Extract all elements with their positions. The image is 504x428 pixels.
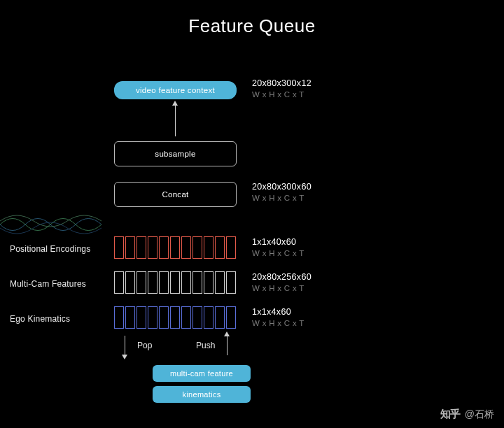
queue-slot: [114, 306, 124, 329]
queue-slot: [226, 306, 236, 329]
subsample-node: subsample: [114, 141, 237, 166]
axes-text: W x H x C x T: [252, 283, 312, 294]
queue-slot: [114, 271, 124, 294]
ego-dims: 1x1x4x60 W x H x C x T: [252, 306, 304, 329]
multicam-dims: 20x80x256x60 W x H x C x T: [252, 271, 312, 294]
concat-dims: 20x80x300x60 W x H x C x T: [252, 181, 312, 204]
queue-slot: [125, 271, 135, 294]
queue-slot: [204, 236, 214, 259]
queue-slot: [148, 306, 158, 329]
queue-slot: [170, 236, 180, 259]
queue-positional: [114, 236, 236, 259]
node-label: kinematics: [183, 390, 221, 399]
row-label-multicam: Multi-Cam Features: [10, 279, 86, 289]
queue-slot: [136, 271, 146, 294]
shape-text: 1x1x4x60: [252, 306, 304, 318]
credit-watermark: 知乎 @石桥: [440, 408, 494, 421]
concat-node: Concat: [114, 182, 237, 207]
queue-slot: [192, 236, 202, 259]
queue-slot: [159, 236, 169, 259]
arrow-pop: [125, 336, 125, 355]
arrow-subsample-to-video: [175, 105, 176, 136]
shape-text: 20x80x256x60: [252, 271, 312, 283]
axes-text: W x H x C x T: [252, 90, 312, 101]
queue-slot: [215, 271, 225, 294]
node-label: video feature context: [136, 86, 215, 94]
queue-slot: [159, 271, 169, 294]
queue-slot: [125, 306, 135, 329]
queue-slot: [148, 236, 158, 259]
video-feature-context-node: video feature context: [114, 81, 237, 99]
shape-text: 20x80x300x12: [252, 78, 312, 90]
queue-slot: [114, 236, 124, 259]
node-label: multi-cam feature: [170, 369, 233, 378]
push-label: Push: [196, 341, 215, 350]
queue-multicam: [114, 271, 236, 294]
queue-slot: [170, 271, 180, 294]
axes-text: W x H x C x T: [252, 248, 304, 259]
queue-ego: [114, 306, 236, 329]
queue-slot: [181, 306, 191, 329]
node-label: Concat: [162, 190, 188, 199]
queue-slot: [226, 271, 236, 294]
video-ctx-dims: 20x80x300x12 W x H x C x T: [252, 78, 312, 100]
queue-slot: [204, 271, 214, 294]
queue-slot: [125, 236, 135, 259]
row-label-ego: Ego Kinematics: [10, 314, 70, 324]
author-handle: @石桥: [465, 408, 494, 421]
queue-slot: [226, 236, 236, 259]
queue-slot: [148, 271, 158, 294]
kinematics-input: kinematics: [153, 386, 251, 403]
row-label-positional: Positional Encodings: [10, 244, 90, 254]
queue-slot: [170, 306, 180, 329]
multicam-feature-input: multi-cam feature: [153, 365, 251, 382]
queue-slot: [204, 306, 214, 329]
queue-slot: [192, 306, 202, 329]
shape-text: 20x80x300x60: [252, 181, 312, 193]
arrow-push: [227, 336, 227, 355]
queue-slot: [181, 271, 191, 294]
shape-text: 1x1x40x60: [252, 236, 304, 248]
waveform-decoration: [0, 208, 102, 241]
axes-text: W x H x C x T: [252, 193, 312, 204]
queue-slot: [215, 236, 225, 259]
queue-slot: [136, 236, 146, 259]
queue-slot: [181, 236, 191, 259]
zhihu-logo-icon: 知乎: [440, 408, 461, 421]
pop-label: Pop: [137, 341, 152, 350]
node-label: subsample: [155, 150, 195, 158]
positional-dims: 1x1x40x60 W x H x C x T: [252, 236, 304, 259]
queue-slot: [215, 306, 225, 329]
page-title: Feature Queue: [0, 0, 504, 37]
queue-slot: [192, 271, 202, 294]
diagram-canvas: video feature context 20x80x300x12 W x H…: [0, 56, 504, 420]
queue-slot: [159, 306, 169, 329]
queue-slot: [136, 306, 146, 329]
axes-text: W x H x C x T: [252, 318, 304, 329]
